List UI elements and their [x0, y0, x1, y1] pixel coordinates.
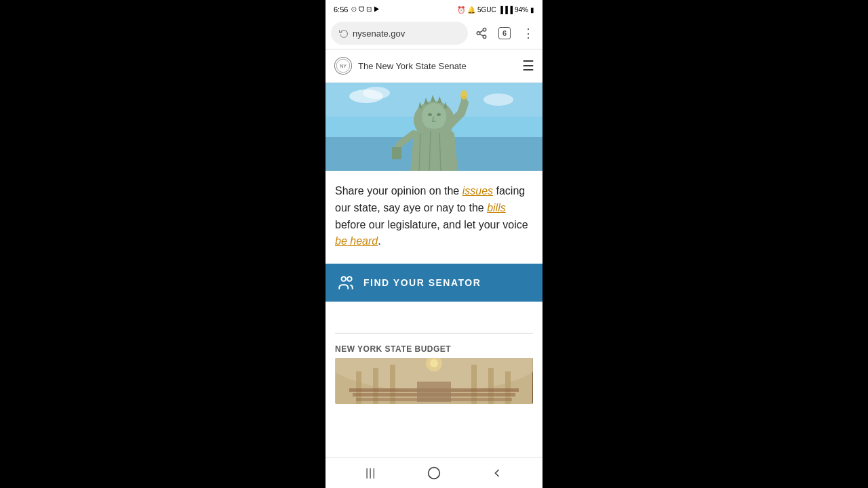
vibrate-icon: 🔔 [467, 6, 475, 14]
svg-text:NY: NY [340, 64, 347, 68]
svg-point-25 [484, 94, 513, 106]
svg-point-1 [477, 32, 480, 35]
hamburger-menu[interactable]: ☰ [522, 58, 534, 74]
senator-icon [336, 273, 355, 292]
be-heard-link[interactable]: be heard [335, 235, 378, 247]
svg-point-0 [483, 28, 486, 32]
svg-point-24 [363, 87, 390, 99]
svg-point-27 [347, 277, 352, 282]
divider-line [335, 333, 533, 333]
main-layout: 6:56 ⊙ ᗜ ⊡ ▶ ⏰ 🔔 5GUC ▐▐▐ 94% ▮ [0, 0, 868, 488]
recent-apps-icon: ||| [366, 467, 376, 479]
hero-svg [326, 83, 542, 171]
budget-image-svg [335, 358, 533, 404]
hero-image [326, 83, 542, 171]
budget-section: NEW YORK STATE BUDGET [326, 344, 542, 408]
main-paragraph: Share your opinion on the issues facing … [335, 183, 533, 250]
signal-bars: ▐▐▐ [498, 6, 513, 14]
svg-rect-39 [417, 382, 451, 402]
budget-image[interactable] [335, 358, 533, 404]
svg-point-42 [429, 467, 440, 479]
tab-switcher-button[interactable]: 6 [495, 24, 514, 43]
network-label: 5GUC [477, 6, 496, 14]
overflow-icon: ⋮ [522, 26, 534, 41]
phone-wrapper: 6:56 ⊙ ᗜ ⊡ ▶ ⏰ 🔔 5GUC ▐▐▐ 94% ▮ [326, 0, 542, 488]
text-part3: before our legislature, and let your voi… [335, 219, 528, 230]
back-arrow-icon [490, 466, 504, 480]
svg-point-19 [437, 113, 441, 116]
ny-senate-logo: NY [334, 56, 353, 75]
browser-chrome: nysenate.gov 6 ⋮ [326, 19, 542, 49]
time-display: 6:56 [334, 5, 348, 14]
overflow-menu-button[interactable]: ⋮ [518, 24, 537, 43]
bottom-nav: ||| [326, 457, 542, 488]
url-text: nysenate.gov [353, 28, 460, 39]
battery-level: 94% [515, 6, 528, 14]
alarm-icon: ⏰ [457, 6, 465, 14]
refresh-icon [339, 28, 349, 38]
address-bar[interactable]: nysenate.gov [331, 22, 468, 45]
status-left: 6:56 ⊙ ᗜ ⊡ ▶ [334, 5, 380, 14]
status-right: ⏰ 🔔 5GUC ▐▐▐ 94% ▮ [457, 6, 534, 14]
svg-point-41 [430, 359, 438, 367]
recent-apps-button[interactable]: ||| [359, 461, 383, 485]
svg-point-26 [342, 277, 347, 282]
people-icon [337, 274, 355, 291]
site-logo: NY The New York State Senate [334, 56, 467, 75]
home-button[interactable] [422, 461, 446, 485]
issues-link[interactable]: issues [462, 185, 493, 197]
svg-point-18 [428, 113, 432, 116]
text-section: Share your opinion on the issues facing … [326, 171, 542, 264]
svg-rect-22 [392, 147, 401, 159]
find-senator-label: FIND YOUR SENATOR [363, 277, 481, 288]
left-panel [0, 0, 326, 488]
svg-line-3 [479, 34, 483, 36]
text-intro: Share your opinion on the [335, 185, 462, 197]
site-header: NY The New York State Senate ☰ [326, 49, 542, 83]
svg-point-2 [483, 35, 486, 39]
back-button[interactable] [485, 461, 509, 485]
budget-label: NEW YORK STATE BUDGET [335, 344, 533, 354]
page-content: NY The New York State Senate ☰ [326, 49, 542, 457]
home-circle-icon [427, 466, 441, 480]
battery-icon: ▮ [530, 6, 534, 14]
right-panel [542, 0, 868, 488]
find-senator-button[interactable]: FIND YOUR SENATOR [326, 264, 542, 302]
share-button[interactable] [472, 24, 491, 43]
svg-line-4 [479, 30, 483, 33]
status-bar: 6:56 ⊙ ᗜ ⊡ ▶ ⏰ 🔔 5GUC ▐▐▐ 94% ▮ [326, 0, 542, 19]
address-bar-row: nysenate.gov 6 ⋮ [331, 22, 537, 45]
text-period: . [378, 235, 380, 247]
bills-link[interactable]: bills [487, 202, 506, 214]
tab-count: 6 [498, 27, 511, 39]
site-title-text: The New York State Senate [358, 61, 467, 71]
status-icons: ⊙ ᗜ ⊡ ▶ [351, 5, 379, 14]
share-icon [475, 27, 488, 39]
svg-point-21 [460, 90, 467, 100]
divider-section [326, 302, 542, 344]
